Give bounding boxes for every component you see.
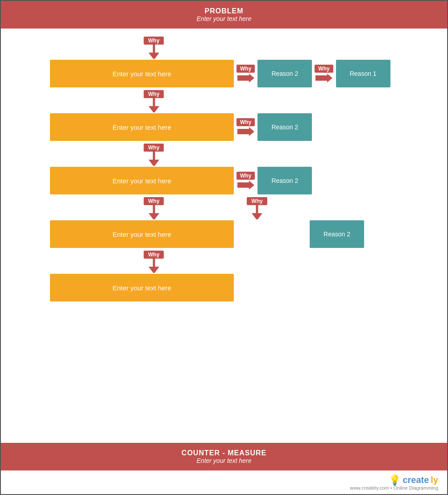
why-right-label-2: Why [315, 65, 333, 73]
why-right-1: Why [236, 65, 255, 82]
branding-logo: 💡 creately [10, 475, 438, 485]
why-down-label-4: Why [144, 197, 164, 205]
header-banner: PROBLEM Enter your text here [1, 1, 447, 29]
arrow-down-icon-teal [249, 205, 265, 219]
arrow-right-icon-2 [315, 74, 332, 82]
why-down-teal-col: Why [247, 197, 267, 219]
arrow-right-icon-3 [237, 127, 254, 136]
why-right-label-3: Why [236, 118, 255, 126]
svg-marker-7 [237, 127, 254, 136]
why-down-row4-section: Why Why [50, 197, 267, 219]
why-down-1: Why [144, 37, 164, 59]
branding-tagline: www.creately.com • Online Diagramming [10, 485, 438, 491]
brand-name-part1: create [402, 475, 429, 485]
counter-measure-title: COUNTER - MEASURE [10, 449, 438, 457]
problem-title: PROBLEM [10, 7, 438, 15]
arrow-down-icon-3 [146, 152, 162, 166]
why-down-label-1: Why [144, 37, 164, 45]
why-down-3: Why [144, 144, 164, 166]
svg-marker-16 [149, 267, 159, 273]
footer-banner: COUNTER - MEASURE Enter your text here [1, 443, 447, 470]
page-wrapper: PROBLEM Enter your text here Why Enter y… [0, 0, 448, 495]
svg-marker-10 [237, 181, 254, 190]
why-down-4: Why [144, 197, 164, 219]
yellow-box-2[interactable]: Enter your text here [50, 113, 234, 141]
row-3: Enter your text here Why Reason 2 [50, 167, 312, 194]
teal-box-reason1-row1[interactable]: Reason 1 [336, 60, 390, 87]
diagram-area: Why Enter your text here Why [1, 29, 447, 443]
row-2: Enter your text here Why Reason 2 [50, 113, 312, 141]
arrow-down-icon-5 [146, 259, 162, 273]
svg-marker-12 [149, 213, 159, 219]
lightbulb-icon: 💡 [389, 475, 401, 485]
yellow-box-3[interactable]: Enter your text here [50, 167, 234, 194]
why-down-2: Why [144, 90, 164, 112]
why-right-3: Why [236, 118, 255, 136]
brand-name-part2: ly [431, 475, 438, 485]
counter-measure-subtitle: Enter your text here [10, 457, 438, 464]
why-down-5: Why [144, 251, 164, 273]
why-down-label-2: Why [144, 90, 164, 98]
teal-box-reason2-row3[interactable]: Reason 2 [257, 167, 312, 194]
arrow-right-icon-4 [237, 181, 254, 190]
svg-marker-9 [149, 160, 159, 166]
svg-marker-14 [252, 213, 262, 219]
teal-box-reason2-row4[interactable]: Reason 2 [310, 220, 364, 248]
row-4: Enter your text here Reason 2 [50, 220, 364, 248]
svg-marker-3 [237, 74, 254, 82]
arrow-down-icon-1 [146, 45, 162, 59]
branding-section: 💡 creately www.creately.com • Online Dia… [1, 470, 447, 494]
why-right-4: Why [236, 172, 255, 190]
row-5: Enter your text here [50, 274, 234, 301]
why-down-label-5: Why [144, 251, 164, 259]
svg-marker-2 [149, 53, 159, 59]
svg-marker-4 [315, 74, 332, 82]
row-1: Enter your text here Why Reason 2 Why [50, 60, 390, 87]
yellow-box-1[interactable]: Enter your text here [50, 60, 234, 87]
why-down-label-3: Why [144, 144, 164, 152]
yellow-box-5[interactable]: Enter your text here [50, 274, 234, 301]
teal-box-reason2-row2[interactable]: Reason 2 [257, 113, 312, 141]
arrow-down-icon-4 [146, 205, 162, 219]
why-right-label-1: Why [236, 65, 255, 73]
why-right-label-4: Why [236, 172, 255, 180]
teal-box-reason2-row1[interactable]: Reason 2 [257, 60, 312, 87]
why-right-2: Why [315, 65, 333, 82]
yellow-box-4[interactable]: Enter your text here [50, 220, 234, 248]
problem-subtitle: Enter your text here [10, 15, 438, 22]
arrow-right-icon-1 [237, 74, 254, 82]
svg-marker-6 [149, 106, 159, 112]
arrow-down-icon-2 [146, 98, 162, 112]
why-down-teal-label: Why [247, 197, 267, 205]
